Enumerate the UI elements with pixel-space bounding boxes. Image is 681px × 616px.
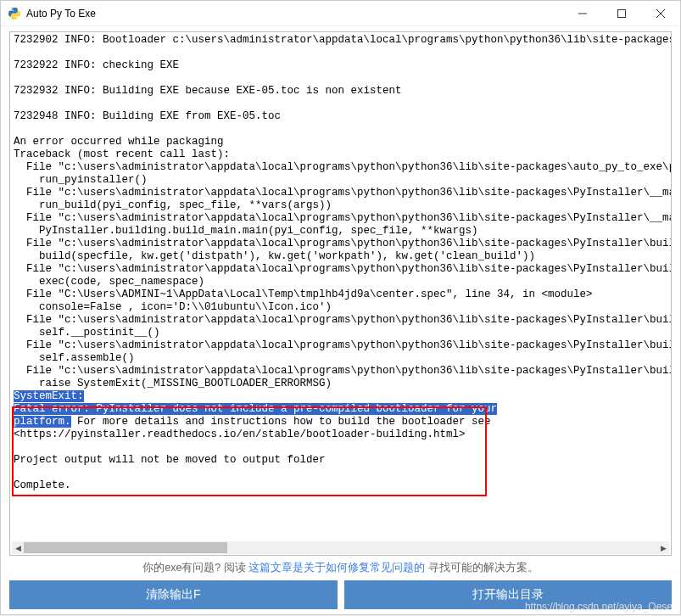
error-highlight-box [12, 406, 487, 496]
maximize-button[interactable] [602, 1, 641, 26]
scrollbar-thumb[interactable] [24, 542, 227, 553]
minimize-button[interactable] [563, 1, 602, 26]
maximize-icon [617, 9, 626, 18]
console-text-top: 7232902 INFO: Bootloader c:\users\admini… [14, 34, 671, 389]
scroll-left-icon[interactable]: ◀ [12, 542, 24, 554]
close-button[interactable] [641, 1, 680, 26]
horizontal-scrollbar[interactable]: ◀ ▶ [12, 541, 669, 554]
app-window: Auto Py To Exe 7232902 INFO: Bootloader … [0, 0, 681, 615]
window-title: Auto Py To Exe [26, 8, 96, 20]
minimize-icon [578, 9, 587, 18]
watermark-text: https://blog.csdn.net/ayiya_Oese [525, 601, 673, 613]
python-icon [8, 7, 21, 20]
clear-output-button[interactable]: 清除输出F [9, 580, 338, 609]
error-selection-line1: SystemExit: [14, 390, 84, 402]
titlebar-left: Auto Py To Exe [8, 7, 96, 20]
titlebar: Auto Py To Exe [1, 1, 680, 26]
help-suffix: 寻找可能的解决方案。 [425, 562, 538, 574]
help-text: 你的exe有问题? 阅读 这篇文章是关于如何修复常见问题的 寻找可能的解决方案。 [1, 559, 680, 580]
console-container: 7232902 INFO: Bootloader c:\users\admini… [9, 31, 672, 556]
svg-rect-1 [618, 9, 626, 17]
titlebar-controls [563, 1, 680, 26]
help-prefix: 你的exe有问题? 阅读 [142, 562, 248, 574]
help-link[interactable]: 这篇文章是关于如何修复常见问题的 [248, 562, 425, 574]
scroll-right-icon[interactable]: ▶ [657, 542, 669, 554]
close-icon [656, 9, 665, 18]
